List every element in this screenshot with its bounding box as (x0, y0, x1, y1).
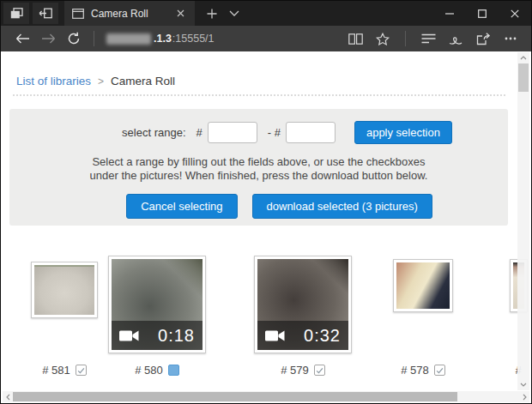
maximize-icon (478, 9, 487, 18)
url-domain: .1.3 (154, 33, 172, 45)
minimize-icon (445, 13, 454, 15)
range-row: select range: # - # apply selection (9, 121, 508, 144)
item-checkbox[interactable] (434, 365, 445, 376)
apply-selection-button[interactable]: apply selection (354, 121, 452, 144)
forward-button[interactable] (35, 27, 61, 51)
checkmark-icon (77, 367, 85, 374)
pen-icon (449, 33, 462, 45)
range-label: select range: (122, 126, 185, 139)
video-overlay: 0:32 (257, 321, 348, 350)
url-path: :15555/1 (172, 33, 215, 45)
chevron-left-icon (6, 394, 10, 401)
hub-button[interactable] (416, 27, 440, 51)
chevron-up-icon (520, 56, 527, 60)
maximize-button[interactable] (466, 1, 499, 26)
media-item-580: 0:18 # 580 (104, 256, 210, 377)
refresh-icon (67, 32, 81, 45)
item-caption: # 581 (42, 364, 87, 377)
scroll-down-button[interactable] (517, 379, 529, 390)
range-from-prefix: # (196, 126, 203, 139)
photo-thumbnail[interactable] (393, 259, 453, 312)
item-checkbox[interactable] (76, 365, 87, 376)
item-caption: # 580 (135, 364, 179, 377)
item-label: # 578 (401, 364, 429, 377)
scroll-right-button[interactable] (519, 391, 529, 402)
video-camera-icon (265, 329, 285, 342)
tab-favicon-icon (72, 9, 84, 19)
item-checkbox[interactable] (314, 365, 325, 376)
more-options-button[interactable] (499, 27, 523, 51)
address-bar-divider (405, 31, 406, 46)
chevron-right-icon (523, 394, 527, 401)
tab-list-dropdown-button[interactable] (229, 10, 239, 16)
vertical-scrollbar[interactable] (517, 52, 529, 390)
download-selected-button[interactable]: download selected (3 pictures) (252, 194, 432, 219)
item-caption: # 578 (401, 364, 445, 377)
browser-window: Camera Roll (0, 0, 532, 404)
checkmark-icon (436, 367, 444, 374)
vertical-scrollbar-thumb[interactable] (518, 63, 529, 92)
chevron-down-icon (520, 383, 527, 387)
media-item-581: # 581 (25, 256, 104, 377)
horizontal-scrollbar-thumb[interactable] (13, 392, 457, 401)
video-duration: 0:18 (139, 326, 195, 346)
url-redacted-segment (106, 33, 151, 45)
scroll-left-button[interactable] (3, 391, 13, 402)
checkmark-icon (316, 367, 323, 374)
video-thumbnail[interactable]: 0:18 (108, 256, 206, 353)
tab-title: Camera Roll (91, 8, 166, 20)
photo-thumbnail[interactable] (31, 262, 98, 318)
range-to-input[interactable] (286, 122, 336, 143)
address-bar-divider (94, 31, 94, 46)
url-field[interactable]: .1.3 :15555/1 (101, 33, 343, 45)
range-to-prefix: - # (268, 126, 281, 139)
minimize-button[interactable] (433, 1, 466, 26)
refresh-button[interactable] (61, 27, 87, 51)
item-label: # 580 (135, 364, 163, 377)
back-button[interactable] (9, 27, 35, 51)
hub-lines-icon (421, 33, 436, 44)
breadcrumb-link-list-of-libraries[interactable]: List of libraries (16, 75, 91, 87)
dotted-divider (13, 94, 505, 96)
reading-view-button[interactable] (343, 27, 367, 51)
browser-tab-camera-roll[interactable]: Camera Roll (64, 1, 195, 26)
item-label: # 581 (42, 364, 70, 377)
address-bar: .1.3 :15555/1 (1, 26, 531, 51)
web-note-button[interactable] (444, 27, 468, 51)
new-tab-button[interactable] (207, 9, 217, 19)
breadcrumb-current: Camera Roll (111, 75, 175, 87)
close-icon (177, 9, 184, 17)
ellipsis-icon (505, 37, 517, 40)
book-icon (348, 33, 363, 45)
video-overlay: 0:18 (112, 321, 203, 350)
action-buttons-row: Cancel selecting download selected (3 pi… (9, 194, 508, 219)
favorites-button[interactable] (371, 27, 395, 51)
instructions-line-1: Select a range by filling out the fields… (9, 155, 508, 169)
cancel-selecting-button[interactable]: Cancel selecting (126, 194, 237, 219)
media-item-579: 0:32 # 579 (250, 256, 356, 377)
horizontal-scrollbar[interactable] (3, 391, 529, 402)
tabs-icon (10, 8, 23, 19)
scroll-up-button[interactable] (517, 52, 529, 63)
video-camera-icon (119, 329, 139, 342)
set-aside-tabs-button[interactable] (33, 3, 58, 24)
page-content: List of libraries > Camera Roll select r… (1, 51, 531, 403)
share-button[interactable] (471, 27, 495, 51)
plus-icon (207, 9, 217, 19)
tab-preview-button[interactable] (3, 3, 29, 24)
chevron-down-icon (229, 10, 239, 16)
star-icon (376, 33, 390, 45)
share-icon (476, 33, 490, 45)
video-thumbnail[interactable]: 0:32 (254, 256, 352, 353)
video-duration: 0:32 (285, 326, 341, 346)
range-from-input[interactable] (208, 122, 257, 143)
tab-close-button[interactable] (173, 7, 187, 21)
instructions-line-2: under the pictures! When finished, press… (9, 169, 508, 183)
breadcrumb-separator: > (98, 75, 104, 87)
arrow-left-icon (15, 33, 30, 44)
item-checkbox-selected[interactable] (168, 365, 179, 376)
close-window-button[interactable] (499, 1, 531, 26)
set-aside-icon (39, 8, 52, 19)
breadcrumb: List of libraries > Camera Roll (16, 75, 175, 87)
close-icon (511, 9, 519, 18)
